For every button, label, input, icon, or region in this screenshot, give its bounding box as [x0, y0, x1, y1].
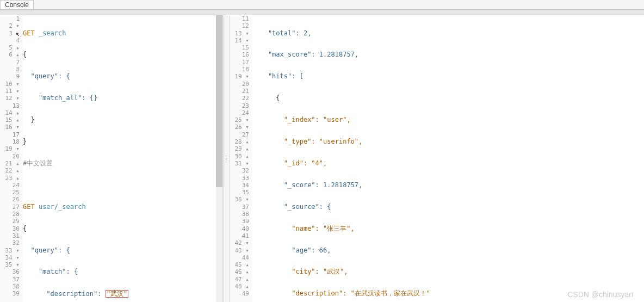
watermark: CSDN @chinusyan — [567, 290, 633, 299]
tab-bar: Console — [0, 0, 644, 10]
drag-handle-icon: ⋮⋮ — [224, 156, 228, 162]
editor-panes: 12 ▾3 ▾45 ▴6 ▴78910 ▾11 ▾12 ▾1314 ▴15 ▴1… — [0, 15, 644, 302]
toolstrip — [0, 10, 644, 15]
cursor-icon: ↖ — [15, 30, 20, 38]
scrollbar-thumb[interactable] — [216, 15, 222, 187]
response-viewer[interactable]: 111213 ▾14 ▾1516171819 ▾202122232425 ▾26… — [230, 15, 644, 302]
left-gutter: 12 ▾3 ▾45 ▴6 ▴78910 ▾11 ▾12 ▾1314 ▴15 ▴1… — [0, 15, 23, 302]
right-gutter: 111213 ▾14 ▾1516171819 ▾202122232425 ▾26… — [230, 15, 252, 302]
tab-console[interactable]: Console — [0, 0, 34, 9]
left-code[interactable]: GET _search { "query": { "match_all": {}… — [23, 15, 222, 302]
pane-divider[interactable]: ⋮⋮ — [223, 15, 230, 302]
request-editor[interactable]: 12 ▾3 ▾45 ▴6 ▴78910 ▾11 ▾12 ▾1314 ▴15 ▴1… — [0, 15, 223, 302]
scrollbar-vertical[interactable] — [216, 15, 222, 302]
highlight-box: "武汉" — [106, 290, 128, 298]
right-code[interactable]: "total": 2, "max_score": 1.2818757, "hit… — [252, 15, 644, 302]
